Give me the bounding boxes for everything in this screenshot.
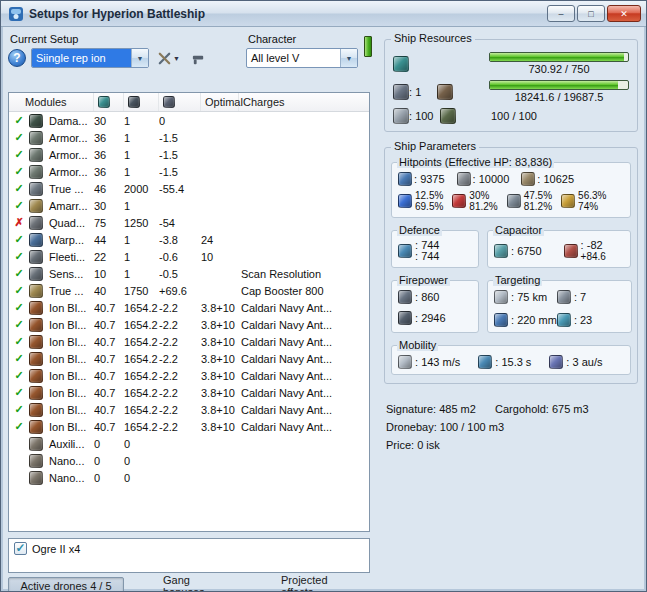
module-cpu: 30: [94, 200, 124, 212]
module-powergrid: 1: [124, 200, 159, 212]
module-optimal: 3.8+10: [201, 370, 239, 382]
volley-icon: [398, 290, 412, 304]
module-optimal: 10: [201, 251, 239, 263]
sensor-strength-icon: [557, 313, 571, 327]
hitpoints-title: Hitpoints (Effective HP: 83,836): [397, 156, 554, 168]
module-row[interactable]: ✓ Dama... 30 1 0: [9, 112, 369, 129]
module-cpu: 0: [94, 472, 124, 484]
module-row[interactable]: Nano... 0 0: [9, 469, 369, 486]
powergrid-row: 1 18241.6 / 19687.5: [393, 80, 629, 103]
damage-pattern-button[interactable]: [188, 48, 210, 68]
ion-blaster-icon: [29, 335, 43, 349]
tab-projected-effects[interactable]: Projected effects: [272, 577, 370, 592]
setup-select-value: Siingle rep ion: [32, 49, 131, 67]
chevron-down-icon[interactable]: ▼: [131, 49, 148, 67]
armor-icon: [457, 172, 471, 186]
status-icon: ✓: [9, 198, 29, 213]
module-row[interactable]: ✓ Ion Bl... 40.7 1654.2 -2.2 3.8+10 Cald…: [9, 333, 369, 350]
module-powergrid: 1: [124, 132, 159, 144]
status-icon: ✗: [9, 215, 29, 230]
module-powergrid: 1654.2: [124, 319, 159, 331]
module-row[interactable]: ✓ Ion Bl... 40.7 1654.2 -2.2 3.8+10 Cald…: [9, 401, 369, 418]
max-targets-value: 7: [574, 291, 586, 303]
module-row[interactable]: ✓ Amarr... 30 1: [9, 197, 369, 214]
module-row[interactable]: ✓ True ... 40 1750 +69.6 Cap Booster 800: [9, 282, 369, 299]
resist-item: 30% 81.2%: [452, 190, 497, 212]
resist-item: 12.5% 69.5%: [398, 190, 443, 212]
tab-active-drones[interactable]: Active drones 4 / 5: [8, 577, 124, 592]
setup-tools-button[interactable]: ▼: [154, 48, 183, 68]
character-select-value: All level V: [247, 49, 340, 67]
module-row[interactable]: ✗ Quad... 75 1250 -54: [9, 214, 369, 231]
module-row[interactable]: ✓ Sens... 10 1 -0.5 Scan Resolution: [9, 265, 369, 282]
module-charge: Caldari Navy Ant...: [239, 302, 369, 314]
warp-speed-value: 3 au/s: [566, 356, 602, 368]
module-name: Auxili...: [48, 438, 94, 450]
hull-icon: [521, 172, 535, 186]
close-button[interactable]: ✕: [607, 5, 641, 22]
module-optimal: 3.8+10: [201, 302, 239, 314]
module-cpu: 30: [94, 115, 124, 127]
module-row[interactable]: ✓ Warp... 44 1 -3.8 24: [9, 231, 369, 248]
thermal-resist-icon: [452, 194, 466, 208]
module-row[interactable]: ✓ Armor... 36 1 -1.5: [9, 146, 369, 163]
ion-blaster-icon: [29, 352, 43, 366]
capacitor-balance-icon: [564, 244, 578, 258]
module-name: Dama...: [48, 115, 94, 127]
module-row[interactable]: ✓ Armor... 36 1 -1.5: [9, 163, 369, 180]
titlebar[interactable]: Setups for Hyperion Battleship – □ ✕: [1, 1, 646, 27]
column-powergrid[interactable]: [124, 93, 159, 111]
column-cpu[interactable]: [94, 93, 124, 111]
ship-parameters-group: Ship Parameters Hitpoints (Effective HP:…: [384, 147, 638, 384]
module-cpu: 40.7: [94, 319, 124, 331]
resist-item: 47.5% 81.2%: [507, 190, 552, 212]
module-row[interactable]: Nano... 0 0: [9, 452, 369, 469]
module-row[interactable]: ✓ Ion Bl... 40.7 1654.2 -2.2 3.8+10 Cald…: [9, 316, 369, 333]
module-row[interactable]: ✓ Fleeti... 22 1 -0.6 10: [9, 248, 369, 265]
targeting-title: Targeting: [493, 274, 542, 286]
module-row[interactable]: ✓ Armor... 36 1 -1.5: [9, 129, 369, 146]
velocity-value: 143 m/s: [415, 356, 460, 368]
module-optimal: 24: [201, 234, 239, 246]
status-icon: ✓: [9, 402, 29, 417]
window-body: Current Setup ? Siingle rep ion ▼: [1, 27, 646, 592]
setup-select[interactable]: Siingle rep ion ▼: [31, 48, 149, 68]
modules-rows: ✓ Dama... 30 1 0 ✓ Armor... 36 1 -1.5 ✓ …: [9, 112, 369, 486]
module-name: Quad...: [48, 217, 94, 229]
module-row[interactable]: ✓ Ion Bl... 40.7 1654.2 -2.2 3.8+10 Cald…: [9, 350, 369, 367]
help-button[interactable]: ?: [8, 49, 26, 67]
ship-parameters-title: Ship Parameters: [391, 140, 479, 152]
module-name: Armor...: [48, 149, 94, 161]
module-name: Warp...: [48, 234, 94, 246]
module-row[interactable]: ✓ Ion Bl... 40.7 1654.2 -2.2 3.8+10 Cald…: [9, 384, 369, 401]
module-powergrid: 1: [124, 251, 159, 263]
column-capacitor[interactable]: [159, 93, 201, 111]
module-row[interactable]: Auxili... 0 0: [9, 435, 369, 452]
warp-speed-icon: [549, 355, 563, 369]
maximize-button[interactable]: □: [577, 5, 605, 22]
column-charges[interactable]: Charges: [239, 93, 369, 111]
firepower-panel: Firepower 860 2946: [391, 280, 479, 333]
module-row[interactable]: ✓ Ion Bl... 40.7 1654.2 -2.2 3.8+10 Cald…: [9, 418, 369, 435]
column-modules[interactable]: Modules: [9, 93, 94, 111]
module-name: Nano...: [48, 472, 94, 484]
module-name: Ion Bl...: [48, 404, 94, 416]
module-row[interactable]: ✓ True ... 46 2000 -55.4: [9, 180, 369, 197]
column-optimal[interactable]: Optimal: [201, 93, 239, 111]
module-cap: -2.2: [159, 336, 201, 348]
minimize-button[interactable]: –: [547, 5, 575, 22]
chevron-down-icon[interactable]: ▼: [340, 49, 357, 67]
module-row[interactable]: ✓ Ion Bl... 40.7 1654.2 -2.2 3.8+10 Cald…: [9, 367, 369, 384]
drone-bandwidth-value: 100 / 100: [491, 110, 629, 122]
tab-gang-bonuses[interactable]: Gang bonuses: [154, 577, 242, 592]
drone-row[interactable]: ✓ Ogre II x4: [14, 542, 364, 555]
booster-rockets-icon: [29, 216, 43, 230]
price-value: Price: 0 isk: [386, 436, 638, 454]
cpu-row: 730.92 / 750: [393, 52, 629, 75]
ship-resources-title: Ship Resources: [391, 32, 475, 44]
dps-value: 2946: [415, 312, 446, 324]
module-row[interactable]: ✓ Ion Bl... 40.7 1654.2 -2.2 3.8+10 Cald…: [9, 299, 369, 316]
module-charge: Caldari Navy Ant...: [239, 370, 369, 382]
character-select[interactable]: All level V ▼: [246, 48, 358, 68]
drone-checkbox[interactable]: ✓: [14, 542, 27, 555]
